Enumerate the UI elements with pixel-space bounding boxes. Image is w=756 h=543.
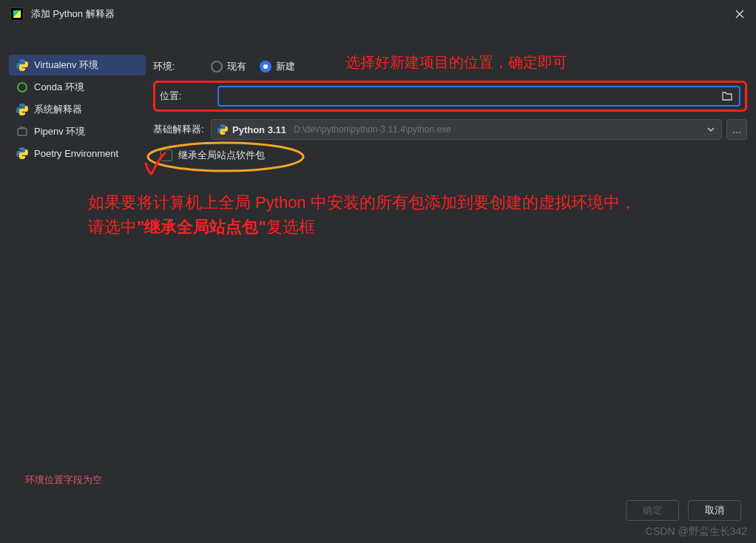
browse-button[interactable]: … xyxy=(726,119,747,140)
annotation-body: 如果要将计算机上全局 Python 中安装的所有包添加到要创建的虚拟环境中，请选… xyxy=(88,190,650,239)
svg-point-0 xyxy=(18,83,27,92)
sidebar-item-pipenv[interactable]: Pipenv 环境 xyxy=(9,121,146,142)
dialog-title: 添加 Python 解释器 xyxy=(31,7,115,21)
location-annotation-box: 位置: xyxy=(153,81,747,112)
base-version: Python 3.11 xyxy=(232,124,286,135)
close-icon[interactable] xyxy=(734,8,746,20)
inherit-checkbox[interactable] xyxy=(161,149,172,161)
base-interpreter-label: 基础解释器: xyxy=(153,123,211,136)
conda-icon xyxy=(16,81,28,93)
chevron-down-icon xyxy=(706,125,715,134)
radio-new-label: 新建 xyxy=(276,60,295,73)
location-label: 位置: xyxy=(160,90,210,103)
sidebar-item-label: Virtualenv 环境 xyxy=(34,58,98,72)
python-icon xyxy=(16,59,28,71)
sidebar-item-label: Poetry Environment xyxy=(34,148,118,159)
watermark: CSDN @野蛮生长342 xyxy=(646,525,747,539)
radio-existing-label: 现有 xyxy=(227,60,246,73)
pycharm-icon xyxy=(10,7,24,21)
python-icon xyxy=(16,104,28,115)
ok-button[interactable]: 确定 xyxy=(626,500,679,521)
sidebar-item-conda[interactable]: Conda 环境 xyxy=(9,77,146,98)
radio-new[interactable]: 新建 xyxy=(260,60,295,73)
sidebar-item-label: Conda 环境 xyxy=(34,81,84,94)
error-message: 环境位置字段为空 xyxy=(25,473,102,487)
svg-rect-1 xyxy=(18,129,27,135)
sidebar-item-label: Pipenv 环境 xyxy=(34,125,85,138)
python-icon xyxy=(217,124,228,135)
base-interpreter-select[interactable]: Python 3.11 D:\dev\python\python-3.11.4\… xyxy=(211,119,722,140)
cancel-button[interactable]: 取消 xyxy=(688,500,741,521)
folder-icon[interactable] xyxy=(721,90,733,102)
inherit-label: 继承全局站点软件包 xyxy=(178,149,265,162)
sidebar-item-label: 系统解释器 xyxy=(34,103,82,116)
sidebar-item-virtualenv[interactable]: Virtualenv 环境 xyxy=(9,55,146,75)
base-path: D:\dev\python\python-3.11.4\python.exe xyxy=(294,124,451,135)
radio-existing[interactable]: 现有 xyxy=(211,60,246,73)
python-icon xyxy=(16,147,28,159)
annotation-top: 选择好新建项目的位置，确定即可 xyxy=(345,53,567,72)
sidebar-item-poetry[interactable]: Poetry Environment xyxy=(9,144,146,163)
sidebar-item-system[interactable]: 系统解释器 xyxy=(9,99,146,120)
pipenv-icon xyxy=(16,126,28,138)
location-input[interactable] xyxy=(217,86,740,107)
env-label: 环境: xyxy=(153,60,211,73)
